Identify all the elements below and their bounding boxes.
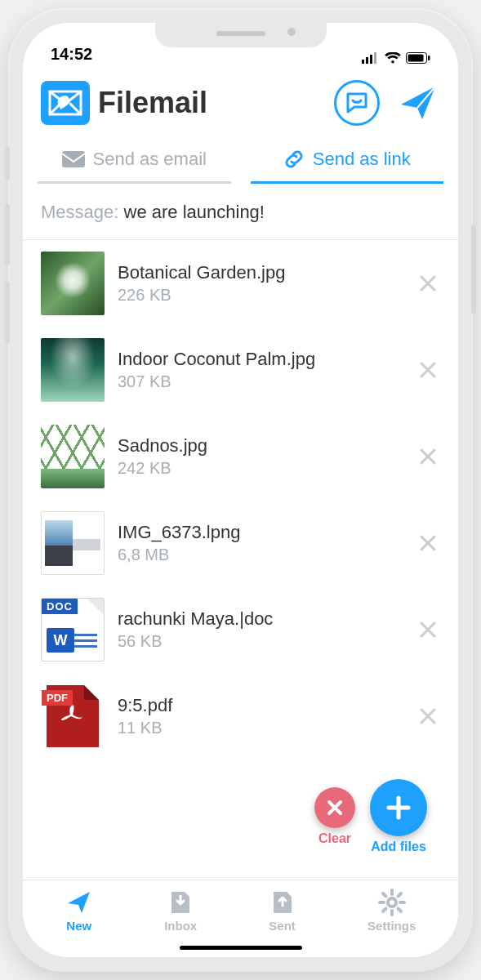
wifi-icon [385, 52, 401, 64]
add-files-label: Add files [371, 840, 426, 854]
nav-sent[interactable]: Sent [269, 889, 296, 933]
message-value: we are launching! [124, 202, 265, 222]
close-icon [419, 534, 437, 552]
svg-rect-2 [370, 55, 372, 64]
file-item: IMG_6373.lpng 6,8 MB [23, 500, 458, 586]
svg-point-8 [388, 898, 396, 906]
app-header: Filemail [23, 65, 458, 132]
file-size: 56 KB [118, 632, 403, 651]
chat-smile-icon [345, 91, 369, 115]
nav-label: Settings [367, 919, 416, 933]
svg-rect-6 [428, 56, 430, 60]
file-name: IMG_6373.lpng [118, 522, 403, 543]
file-thumbnail [41, 425, 105, 488]
file-thumbnail-pdf-icon: PDF [41, 684, 105, 748]
send-mode-tabs: Send as email Send as link [23, 132, 458, 184]
svg-rect-7 [62, 151, 85, 167]
send-button[interactable] [398, 82, 440, 124]
nav-inbox[interactable]: Inbox [164, 889, 197, 933]
nav-new[interactable]: New [65, 889, 93, 933]
gear-icon [378, 889, 406, 916]
file-thumbnail [41, 338, 105, 402]
link-icon [283, 149, 305, 170]
file-name: Botanical Garden.jpg [118, 262, 403, 283]
message-field[interactable]: Message: we are launching! [23, 184, 458, 240]
remove-file-button[interactable] [416, 358, 440, 382]
file-size: 242 KB [118, 459, 403, 478]
home-indicator[interactable] [23, 938, 458, 957]
clear-label: Clear [318, 831, 351, 846]
paper-plane-icon [398, 82, 440, 124]
bottom-nav: New Inbox Sent Settings [23, 880, 458, 938]
plus-icon [385, 794, 412, 822]
support-chat-button[interactable] [334, 80, 380, 126]
message-label: Message: [41, 202, 118, 222]
floating-actions: Clear Add files [314, 779, 427, 854]
envelope-icon [62, 151, 85, 167]
file-item: Sadnos.jpg 242 KB [23, 413, 458, 500]
tab-label: Send as email [93, 149, 207, 170]
file-name: Indoor Coconut Palm.jpg [118, 349, 403, 370]
file-name: 9:5.pdf [118, 695, 403, 716]
file-item: Botanical Garden.jpg 226 KB [23, 240, 458, 327]
svg-rect-3 [374, 52, 376, 64]
svg-rect-1 [366, 57, 368, 64]
close-icon [326, 799, 344, 817]
file-name: rachunki Maya.|doc [118, 608, 403, 630]
status-icons [362, 52, 430, 64]
status-time: 14:52 [51, 45, 92, 64]
file-size: 307 KB [118, 372, 403, 391]
remove-file-button[interactable] [416, 271, 440, 296]
remove-file-button[interactable] [416, 531, 440, 555]
volume-down-button [5, 282, 10, 343]
clear-button[interactable]: Clear [314, 779, 355, 846]
power-button [471, 225, 476, 314]
notch [155, 23, 327, 47]
remove-file-button[interactable] [416, 444, 440, 469]
file-size: 6,8 MB [118, 546, 403, 564]
file-item: DOC W rachunki Maya.|doc 56 KB [23, 586, 458, 673]
file-size: 11 KB [118, 719, 403, 737]
nav-label: Sent [269, 919, 296, 933]
file-thumbnail-doc-icon: DOC W [41, 598, 105, 662]
close-icon [419, 707, 437, 725]
close-icon [419, 274, 437, 292]
screen: 14:52 Filemail [23, 23, 458, 957]
file-item: Indoor Coconut Palm.jpg 307 KB [23, 327, 458, 413]
tab-send-as-link[interactable]: Send as link [251, 140, 444, 184]
file-name: Sadnos.jpg [118, 435, 403, 457]
svg-rect-0 [362, 60, 364, 64]
remove-file-button[interactable] [416, 704, 440, 728]
sent-icon [269, 889, 296, 916]
brand: Filemail [41, 81, 207, 125]
volume-up-button [5, 204, 10, 265]
add-files-button[interactable]: Add files [370, 779, 427, 854]
brand-name: Filemail [98, 86, 207, 120]
close-icon [419, 621, 437, 639]
tab-send-as-email[interactable]: Send as email [38, 140, 231, 184]
nav-label: New [66, 919, 91, 933]
mute-switch [5, 147, 10, 180]
file-thumbnail [41, 511, 105, 575]
cellular-icon [362, 52, 380, 64]
battery-icon [406, 52, 430, 64]
file-thumbnail [41, 252, 105, 315]
tab-label: Send as link [313, 149, 411, 170]
remove-file-button[interactable] [416, 617, 440, 642]
svg-rect-5 [408, 55, 424, 62]
nav-label: Inbox [164, 919, 197, 933]
file-item: PDF 9:5.pdf 11 KB [23, 673, 458, 760]
phone-frame: 14:52 Filemail [8, 8, 473, 972]
nav-settings[interactable]: Settings [367, 889, 416, 933]
close-icon [419, 361, 437, 379]
paper-plane-icon [65, 889, 93, 916]
inbox-icon [167, 889, 194, 916]
file-size: 226 KB [118, 286, 403, 305]
close-icon [419, 448, 437, 466]
acrobat-icon [59, 702, 87, 730]
brand-logo-icon [41, 81, 90, 125]
